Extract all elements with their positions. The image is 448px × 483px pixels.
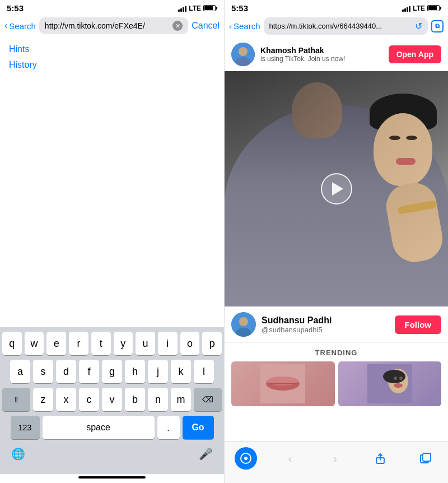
key-k[interactable]: k [171, 360, 191, 383]
keyboard-row-2: a s d f g h j k l [2, 360, 222, 383]
user-handle: @sudhansupadhi5 [262, 326, 389, 334]
battery-icon-right [427, 5, 441, 11]
key-o[interactable]: o [180, 332, 200, 355]
svg-point-13 [394, 377, 397, 380]
battery-icon-left [203, 5, 217, 11]
tiktok-banner: Khamosh Pathak is using TikTok. Join us … [225, 38, 448, 71]
key-q[interactable]: q [2, 332, 22, 355]
url-text-right: https://m.tiktok.com/v/664439440... [269, 22, 412, 30]
key-shift[interactable]: ⇧ [2, 388, 30, 411]
user-strip: Sudhansu Padhi @sudhansupadhi5 Follow [225, 306, 448, 343]
url-clear-button[interactable]: ✕ [172, 21, 183, 31]
keyboard-row-bottom: 123 space . Go [2, 416, 222, 439]
back-chevron-right: ‹ [229, 21, 232, 31]
thumb-1-content [231, 361, 335, 406]
key-a[interactable]: a [10, 360, 30, 383]
key-d[interactable]: d [56, 360, 76, 383]
key-z[interactable]: z [33, 388, 53, 411]
key-w[interactable]: w [25, 332, 44, 355]
globe-icon[interactable]: 🌐 [11, 447, 25, 461]
microphone-icon[interactable]: 🎤 [199, 447, 213, 461]
back-chevron-left: ‹ [4, 21, 7, 31]
url-bar-left[interactable]: http://vm.tiktok.com/eFXe4E/ ✕ [39, 17, 188, 34]
key-l[interactable]: l [194, 360, 214, 383]
video-player[interactable] [225, 71, 448, 306]
status-icons-right: LTE [402, 4, 441, 12]
key-i[interactable]: i [158, 332, 178, 355]
play-button[interactable] [321, 173, 352, 205]
time-left: 5:53 [7, 3, 24, 13]
svg-point-1 [239, 47, 248, 56]
follow-button[interactable]: Follow [395, 315, 442, 334]
user-name: Sudhansu Padhi [262, 315, 389, 326]
key-s[interactable]: s [33, 360, 53, 383]
trending-thumbnails [231, 361, 441, 406]
status-bar-right: 5:53 LTE [225, 0, 448, 15]
key-delete[interactable]: ⌫ [194, 388, 222, 411]
keyboard-row-3: ⇧ z x c v b n m ⌫ [2, 388, 222, 411]
svg-point-4 [239, 317, 248, 326]
key-g[interactable]: g [102, 360, 122, 383]
key-u[interactable]: u [136, 332, 155, 355]
trending-label: TRENDING [231, 349, 441, 357]
keyboard-row-1: q w e r t y u i o p [2, 332, 222, 355]
url-bar-right[interactable]: https://m.tiktok.com/v/664439440... ↺ [264, 17, 428, 35]
key-123[interactable]: 123 [11, 416, 40, 439]
play-icon [332, 182, 343, 196]
key-v[interactable]: v [102, 388, 122, 411]
key-n[interactable]: n [148, 388, 168, 411]
open-app-button[interactable]: Open App [389, 45, 441, 63]
key-space[interactable]: space [43, 416, 155, 439]
tabs-count-button[interactable] [413, 449, 438, 468]
refresh-icon[interactable]: ↺ [415, 21, 422, 31]
url-text-left: http://vm.tiktok.com/eFXe4E/ [45, 21, 169, 30]
trending-thumb-1[interactable] [231, 361, 335, 406]
cancel-button[interactable]: Cancel [192, 21, 220, 31]
key-r[interactable]: r [69, 332, 88, 355]
key-m[interactable]: m [171, 388, 191, 411]
key-p[interactable]: p [202, 332, 222, 355]
forward-button[interactable]: › [323, 449, 347, 468]
lte-label-left: LTE [189, 4, 201, 12]
lte-label-right: LTE [413, 4, 425, 12]
search-label-left: Search [9, 21, 36, 31]
back-search-right[interactable]: ‹ Search [229, 21, 260, 31]
banner-user-name: Khamosh Pathak [260, 46, 383, 55]
time-right: 5:53 [231, 3, 248, 13]
key-h[interactable]: h [125, 360, 145, 383]
key-b[interactable]: b [125, 388, 145, 411]
status-icons-left: LTE [178, 4, 217, 12]
trending-thumb-2[interactable] [338, 361, 442, 406]
search-label-right: Search [234, 21, 260, 31]
history-link[interactable]: History [9, 60, 215, 70]
video-overlay [225, 71, 448, 306]
share-button[interactable] [368, 449, 393, 468]
key-e[interactable]: e [46, 332, 66, 355]
banner-text: Khamosh Pathak is using TikTok. Join us … [260, 46, 383, 63]
back-button[interactable]: ‹ [278, 449, 302, 468]
key-y[interactable]: y [114, 332, 133, 355]
home-button[interactable] [235, 447, 257, 470]
key-go[interactable]: Go [183, 416, 214, 439]
svg-rect-20 [423, 453, 431, 461]
key-t[interactable]: t [91, 332, 111, 355]
hints-link[interactable]: Hints [9, 44, 215, 54]
key-f[interactable]: f [79, 360, 99, 383]
right-panel: 5:53 LTE ‹ Search https://m.tiktok.com/v… [224, 0, 448, 483]
thumb-2-content [338, 361, 442, 406]
user-avatar [231, 312, 256, 337]
left-panel: 5:53 LTE ‹ Search http://vm.tiktok.com/e… [0, 0, 224, 483]
back-search-left[interactable]: ‹ Search [4, 21, 36, 31]
home-indicator-left [78, 476, 146, 479]
banner-avatar [231, 43, 255, 66]
svg-point-15 [394, 383, 403, 388]
key-x[interactable]: x [56, 388, 76, 411]
trending-section: TRENDING [225, 343, 448, 411]
key-dot[interactable]: . [157, 416, 180, 439]
svg-point-14 [399, 377, 403, 380]
browser-bottom-nav: ‹ › [225, 441, 448, 483]
key-j[interactable]: j [148, 360, 168, 383]
tabs-button[interactable]: ⧉ [431, 20, 444, 32]
key-c[interactable]: c [79, 388, 99, 411]
tabs-icon: ⧉ [435, 22, 440, 30]
